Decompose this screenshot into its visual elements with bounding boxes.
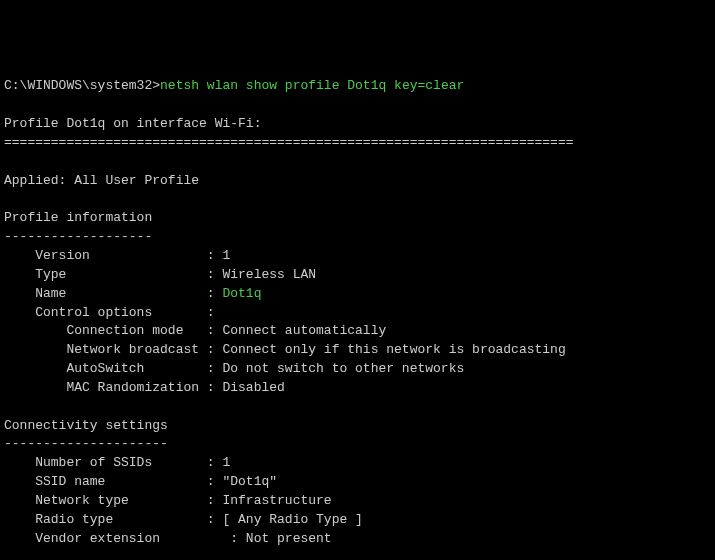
value: "Dot1q": [222, 474, 277, 489]
row-connection-mode: Connection mode : Connect automatically: [4, 323, 386, 338]
terminal-output[interactable]: C:\WINDOWS\system32>netsh wlan show prof…: [4, 77, 711, 560]
profile-header: Profile Dot1q on interface Wi-Fi:: [4, 116, 261, 131]
section-dashes: ---------------------: [4, 436, 168, 451]
value: Not present: [246, 531, 332, 546]
cmd-prefix: netsh wlan show profile: [160, 78, 347, 93]
value: Infrastructure: [222, 493, 331, 508]
value: Disabled: [222, 380, 284, 395]
label: Vendor extension :: [4, 531, 246, 546]
label: Radio type :: [4, 512, 222, 527]
label: Connection mode :: [4, 323, 222, 338]
label: Number of SSIDs :: [4, 455, 222, 470]
row-vendor-extension: Vendor extension : Not present: [4, 531, 332, 546]
header-rule: ========================================…: [4, 135, 574, 150]
cmd-key-label: key=: [386, 78, 425, 93]
row-version: Version : 1: [4, 248, 230, 263]
prompt-path: C:\WINDOWS\system32>: [4, 78, 160, 93]
row-ssid-name: SSID name : "Dot1q": [4, 474, 277, 489]
row-radio-type: Radio type : [ Any Radio Type ]: [4, 512, 363, 527]
label: Network broadcast :: [4, 342, 222, 357]
value: Connect automatically: [222, 323, 386, 338]
value: [ Any Radio Type ]: [222, 512, 362, 527]
label: Name :: [4, 286, 222, 301]
section-heading-connectivity: Connectivity settings: [4, 418, 168, 433]
row-mac-randomization: MAC Randomization : Disabled: [4, 380, 285, 395]
section-dashes: -------------------: [4, 229, 152, 244]
row-network-type: Network type : Infrastructure: [4, 493, 332, 508]
row-control-options: Control options :: [4, 305, 215, 320]
cmd-profile-arg: Dot1q: [347, 78, 386, 93]
row-network-broadcast: Network broadcast : Connect only if this…: [4, 342, 566, 357]
value: Dot1q: [222, 286, 261, 301]
value: Connect only if this network is broadcas…: [222, 342, 565, 357]
row-autoswitch: AutoSwitch : Do not switch to other netw…: [4, 361, 464, 376]
label: Network type :: [4, 493, 222, 508]
row-name: Name : Dot1q: [4, 286, 261, 301]
value: Wireless LAN: [222, 267, 316, 282]
cmd-key-value: clear: [425, 78, 464, 93]
value: 1: [222, 455, 230, 470]
label: SSID name :: [4, 474, 222, 489]
row-number-of-ssids: Number of SSIDs : 1: [4, 455, 230, 470]
label: AutoSwitch :: [4, 361, 222, 376]
section-heading-profile-info: Profile information: [4, 210, 152, 225]
applied-line: Applied: All User Profile: [4, 173, 199, 188]
cmd-line: C:\WINDOWS\system32>netsh wlan show prof…: [4, 78, 464, 93]
value: Do not switch to other networks: [222, 361, 464, 376]
label: Type :: [4, 267, 222, 282]
label: Version :: [4, 248, 222, 263]
value: 1: [222, 248, 230, 263]
label: MAC Randomization :: [4, 380, 222, 395]
row-type: Type : Wireless LAN: [4, 267, 316, 282]
